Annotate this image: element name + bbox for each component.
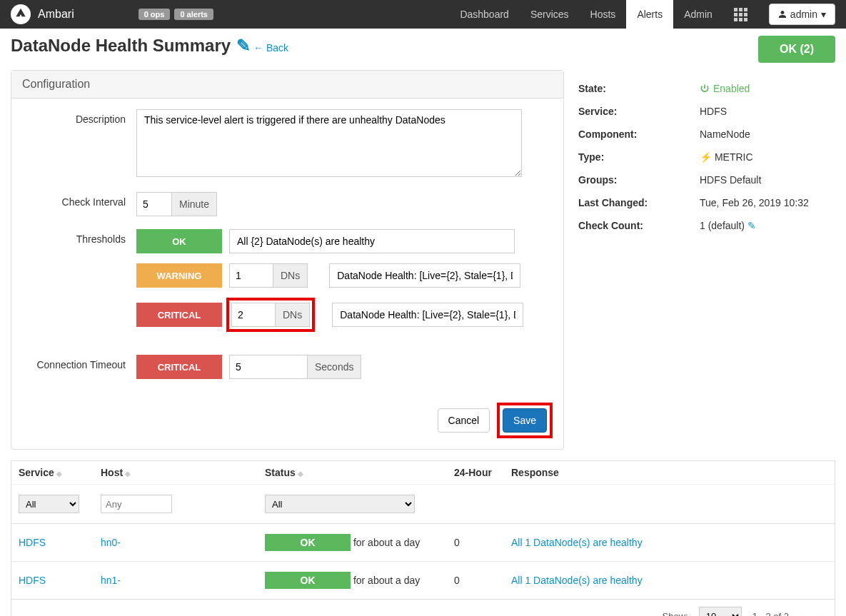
th-response: Response bbox=[504, 461, 835, 485]
threshold-warning-msg[interactable] bbox=[329, 263, 520, 288]
top-nav: Ambari 0 ops 0 alerts Dashboard Services… bbox=[0, 0, 846, 29]
user-menu-button[interactable]: admin ▾ bbox=[769, 4, 835, 25]
back-link[interactable]: ← Back bbox=[253, 42, 288, 54]
row-duration: for about a day bbox=[353, 575, 420, 586]
caret-down-icon: ▾ bbox=[821, 9, 826, 20]
changed-value: Tue, Feb 26, 2019 10:32 bbox=[700, 197, 835, 208]
nav-admin[interactable]: Admin bbox=[673, 0, 723, 29]
row-response[interactable]: All 1 DataNode(s) are healthy bbox=[511, 575, 643, 586]
timeout-label: Connection Timeout bbox=[22, 355, 136, 370]
row-host[interactable]: hn1- bbox=[101, 575, 121, 586]
threshold-warning-label: WARNING bbox=[136, 263, 222, 288]
pager-size-select[interactable]: 10 bbox=[699, 607, 742, 616]
apps-grid-icon[interactable] bbox=[723, 0, 758, 29]
panel-heading: Configuration bbox=[11, 71, 563, 99]
pager-prev-icon[interactable]: ← bbox=[800, 611, 809, 617]
count-value: 1 (default) ✎ bbox=[700, 220, 835, 231]
filter-status[interactable]: All bbox=[265, 495, 415, 513]
sort-icon: ◆ bbox=[56, 470, 62, 478]
pager: Show: 10 1 - 2 of 2 ← → bbox=[11, 600, 835, 616]
nav-hosts[interactable]: Hosts bbox=[580, 0, 627, 29]
info-panel: State: Enabled Service:HDFS Component:Na… bbox=[578, 70, 835, 244]
th-host[interactable]: Host◆ bbox=[94, 461, 258, 485]
bolt-icon: ⚡ bbox=[700, 151, 712, 163]
save-button[interactable]: Save bbox=[503, 408, 547, 433]
threshold-critical-label: CRITICAL bbox=[136, 303, 222, 327]
table-row: HDFS hn1- OK for about a day 0 All 1 Dat… bbox=[11, 562, 835, 600]
timeout-critical-label: CRITICAL bbox=[136, 355, 222, 379]
service-label: Service: bbox=[578, 106, 700, 117]
save-highlight: Save bbox=[497, 403, 553, 438]
threshold-critical-unit: DNs bbox=[276, 303, 310, 327]
timeout-value[interactable] bbox=[229, 355, 308, 379]
th-service[interactable]: Service◆ bbox=[11, 461, 94, 485]
status-badge: OK bbox=[265, 572, 351, 589]
interval-input[interactable] bbox=[136, 192, 172, 216]
filter-host[interactable] bbox=[101, 495, 172, 513]
ops-badge[interactable]: 0 ops bbox=[139, 9, 171, 20]
interval-label: Check Interval bbox=[22, 192, 136, 208]
row-24h: 0 bbox=[447, 524, 504, 562]
thresholds-label: Thresholds bbox=[22, 229, 136, 245]
row-response[interactable]: All 1 DataNode(s) are healthy bbox=[511, 537, 643, 548]
sort-icon: ◆ bbox=[298, 470, 303, 478]
component-value: NameNode bbox=[700, 128, 835, 140]
user-label: admin bbox=[790, 9, 817, 20]
filter-service[interactable]: All bbox=[19, 495, 79, 513]
arrow-left-icon: ← bbox=[253, 42, 263, 54]
row-service[interactable]: HDFS bbox=[19, 575, 46, 586]
nav-services[interactable]: Services bbox=[520, 0, 580, 29]
edit-count-icon[interactable]: ✎ bbox=[747, 220, 756, 231]
row-24h: 0 bbox=[447, 562, 504, 600]
pager-show-label: Show: bbox=[663, 611, 688, 617]
groups-label: Groups: bbox=[578, 174, 700, 186]
power-icon bbox=[700, 84, 710, 94]
pager-next-icon[interactable]: → bbox=[815, 611, 824, 617]
threshold-critical-value[interactable] bbox=[231, 303, 276, 327]
brand-wrap[interactable]: Ambari bbox=[11, 4, 74, 24]
service-value: HDFS bbox=[700, 106, 835, 117]
threshold-warning-unit: DNs bbox=[273, 263, 308, 288]
groups-value: HDFS Default bbox=[700, 174, 835, 186]
alerts-badge[interactable]: 0 alerts bbox=[174, 9, 213, 20]
edit-title-icon[interactable]: ✎ bbox=[236, 36, 251, 56]
description-label: Description bbox=[22, 109, 136, 125]
critical-highlight: DNs bbox=[226, 298, 315, 332]
nav-right: Dashboard Services Hosts Alerts Admin ad… bbox=[449, 0, 835, 29]
threshold-ok-msg[interactable] bbox=[229, 229, 515, 253]
pager-range: 1 - 2 of 2 bbox=[752, 611, 789, 617]
status-badges: 0 ops 0 alerts bbox=[139, 9, 213, 20]
th-24hour: 24-Hour bbox=[447, 461, 504, 485]
count-label: Check Count: bbox=[578, 220, 700, 231]
row-host[interactable]: hn0- bbox=[101, 537, 121, 548]
ambari-logo-icon bbox=[11, 4, 31, 24]
type-label: Type: bbox=[578, 151, 700, 163]
cancel-button[interactable]: Cancel bbox=[438, 408, 490, 433]
user-icon bbox=[778, 10, 787, 19]
threshold-critical-msg[interactable] bbox=[332, 303, 523, 327]
alert-summary-badge[interactable]: OK (2) bbox=[758, 36, 835, 63]
row-duration: for about a day bbox=[353, 537, 420, 548]
configuration-panel: Configuration Description This service-l… bbox=[11, 70, 564, 450]
sort-icon: ◆ bbox=[125, 470, 131, 478]
changed-label: Last Changed: bbox=[578, 197, 700, 208]
state-value: Enabled bbox=[700, 83, 835, 94]
nav-dashboard[interactable]: Dashboard bbox=[449, 0, 520, 29]
description-textarea[interactable]: This service-level alert is triggered if… bbox=[136, 109, 522, 177]
nav-alerts[interactable]: Alerts bbox=[626, 0, 673, 29]
row-service[interactable]: HDFS bbox=[19, 537, 46, 548]
page-title: DataNode Health Summary ✎ bbox=[11, 36, 251, 56]
status-badge: OK bbox=[265, 534, 351, 551]
table-row: HDFS hn0- OK for about a day 0 All 1 Dat… bbox=[11, 524, 835, 562]
threshold-ok-label: OK bbox=[136, 229, 222, 253]
type-value: ⚡ METRIC bbox=[700, 151, 835, 163]
threshold-warning-value[interactable] bbox=[229, 263, 273, 288]
component-label: Component: bbox=[578, 128, 700, 140]
th-status[interactable]: Status◆ bbox=[258, 461, 447, 485]
state-label: State: bbox=[578, 83, 700, 94]
instances-table: Service◆ Host◆ Status◆ 24-Hour Response … bbox=[11, 460, 835, 600]
interval-unit: Minute bbox=[172, 192, 217, 216]
timeout-unit: Seconds bbox=[308, 355, 361, 379]
brand-text: Ambari bbox=[38, 8, 74, 21]
